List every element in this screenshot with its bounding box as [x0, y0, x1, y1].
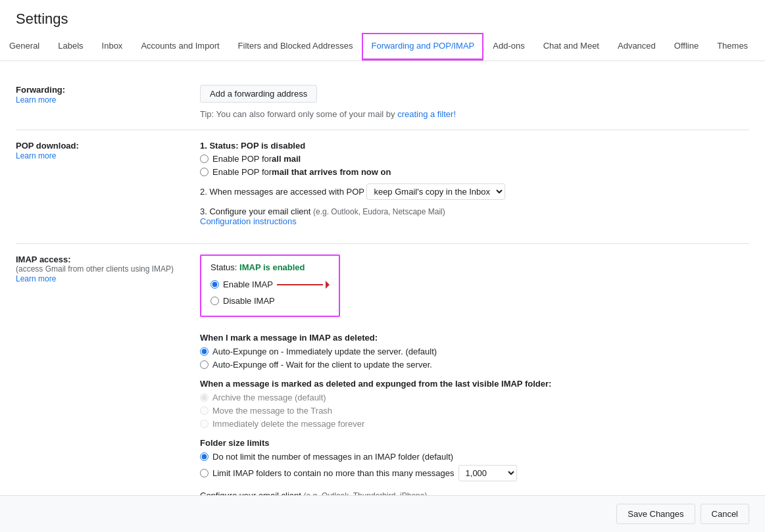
settings-content: Forwarding: Learn more Add a forwarding … — [0, 61, 765, 532]
pop-options: Enable POP for all mail Enable POP for m… — [200, 154, 749, 177]
imap-trash-radio[interactable]: Move the message to the Trash — [200, 406, 749, 416]
folder-limit-input[interactable] — [200, 469, 209, 477]
pop-learn-more[interactable]: Learn more — [16, 151, 56, 160]
save-changes-button[interactable]: Save Changes — [616, 504, 695, 524]
imap-trash-label: Move the message to the Trash — [212, 406, 332, 416]
pop-title: POP download: — [16, 141, 187, 151]
imap-trash-input[interactable] — [200, 406, 209, 415]
forwarding-learn-more[interactable]: Learn more — [16, 95, 56, 105]
imap-enable-radio[interactable]: Enable IMAP — [210, 279, 273, 289]
pop-section3-note: (e.g. Outlook, Eudora, Netscape Mail) — [313, 207, 445, 216]
page-title: Settings — [0, 0, 765, 33]
imap-expunged-section: When a message is marked as deleted and … — [200, 379, 749, 429]
imap-status-box: Status: IMAP is enabled Enable IMAP Disa… — [200, 254, 340, 317]
forwarding-section: Forwarding: Learn more Add a forwarding … — [16, 74, 749, 130]
pop-from-now-input[interactable] — [200, 168, 209, 176]
pop-label: POP download: Learn more — [16, 141, 200, 233]
pop-content: 1. Status: POP is disabled Enable POP fo… — [200, 141, 749, 233]
imap-autoexpunge-on-label: Auto-Expunge on - Immediately update the… — [212, 347, 437, 356]
pop-all-mail-radio[interactable]: Enable POP for all mail — [200, 154, 749, 164]
folder-limits-section: Folder size limits Do not limit the numb… — [200, 438, 749, 481]
imap-autoexpunge-on-input[interactable] — [200, 347, 209, 356]
imap-status-value: IMAP is enabled — [239, 262, 305, 272]
tab-advanced[interactable]: Advanced — [608, 33, 665, 60]
pop-action-dropdown[interactable]: keep Gmail's copy in the Inbox archive G… — [366, 183, 505, 200]
pop-section: POP download: Learn more 1. Status: POP … — [16, 130, 749, 244]
pop-from-now-label-bold: mail that arrives from now on — [272, 167, 391, 177]
pop-all-mail-label-bold: all mail — [272, 154, 301, 164]
imap-archive-label: Archive the message (default) — [212, 393, 326, 402]
pop-all-mail-input[interactable] — [200, 155, 209, 163]
pop-all-mail-label-pre: Enable POP for — [212, 154, 272, 164]
folder-no-limit-label: Do not limit the number of messages in a… — [212, 452, 453, 462]
imap-deleted-heading: When I mark a message in IMAP as deleted… — [200, 333, 749, 343]
tab-chatmeet[interactable]: Chat and Meet — [534, 33, 608, 60]
tab-addons[interactable]: Add-ons — [483, 33, 533, 60]
imap-autoexpunge-off-input[interactable] — [200, 360, 209, 369]
tab-inbox[interactable]: Inbox — [93, 33, 132, 60]
imap-learn-more[interactable]: Learn more — [16, 274, 56, 283]
imap-enable-label: Enable IMAP — [223, 279, 273, 289]
imap-sublabel: (access Gmail from other clients using I… — [16, 264, 187, 274]
forwarding-title: Forwarding: — [16, 85, 187, 95]
folder-limit-dropdown[interactable]: 1,000 2,000 5,000 10,000 Unlimited — [458, 465, 517, 481]
pop-section2-label: 2. When messages are accessed with POP — [200, 187, 364, 197]
pop-status: 1. Status: POP is disabled — [200, 141, 749, 151]
forwarding-content: Add a forwarding address Tip: You can al… — [200, 85, 749, 119]
tab-general[interactable]: General — [0, 33, 49, 60]
forwarding-label: Forwarding: Learn more — [16, 85, 200, 119]
imap-status-pre: Status: — [210, 262, 239, 272]
imap-disable-label: Disable IMAP — [223, 296, 275, 306]
folder-limit-radio[interactable]: Limit IMAP folders to contain no more th… — [200, 465, 749, 481]
imap-archive-input[interactable] — [200, 393, 209, 402]
imap-autoexpunge-on-radio[interactable]: Auto-Expunge on - Immediately update the… — [200, 347, 749, 356]
imap-autoexpunge-off-label: Auto-Expunge off - Wait for the client t… — [212, 360, 432, 370]
add-forwarding-button[interactable]: Add a forwarding address — [200, 85, 317, 103]
folder-limits-heading: Folder size limits — [200, 438, 749, 448]
folder-limit-label-pre: Limit IMAP folders to contain no more th… — [212, 468, 455, 478]
folder-no-limit-input[interactable] — [200, 452, 209, 461]
tab-offline[interactable]: Offline — [665, 33, 708, 60]
pop-config-link[interactable]: Configuration instructions — [200, 216, 297, 226]
imap-section: IMAP access: (access Gmail from other cl… — [16, 244, 749, 528]
imap-toggle: Enable IMAP Disable IMAP — [210, 276, 330, 306]
imap-enable-row: Enable IMAP — [210, 276, 330, 293]
pop-section3: 3. Configure your email client (e.g. Out… — [200, 206, 749, 226]
cancel-button[interactable]: Cancel — [701, 504, 749, 524]
tab-accounts[interactable]: Accounts and Import — [132, 33, 228, 60]
imap-delete-radio[interactable]: Immediately delete the message forever — [200, 419, 749, 429]
tab-themes[interactable]: Themes — [708, 33, 757, 60]
tab-labels[interactable]: Labels — [49, 33, 92, 60]
pop-from-now-radio[interactable]: Enable POP for mail that arrives from no… — [200, 167, 749, 177]
imap-content: Status: IMAP is enabled Enable IMAP Disa… — [200, 254, 749, 517]
imap-label: IMAP access: (access Gmail from other cl… — [16, 254, 200, 517]
tab-filters[interactable]: Filters and Blocked Addresses — [229, 33, 362, 60]
imap-enable-input[interactable] — [210, 280, 219, 289]
creating-filter-link[interactable]: creating a filter! — [397, 109, 456, 119]
imap-status-line: Status: IMAP is enabled — [210, 262, 330, 272]
imap-delete-input[interactable] — [200, 420, 209, 428]
imap-deleted-section: When I mark a message in IMAP as deleted… — [200, 333, 749, 370]
footer-bar: Save Changes Cancel — [0, 495, 765, 532]
tabs-bar: General Labels Inbox Accounts and Import… — [0, 33, 765, 61]
imap-arrow — [277, 280, 330, 289]
pop-from-now-label-pre: Enable POP for — [212, 167, 272, 177]
imap-expunged-heading: When a message is marked as deleted and … — [200, 379, 749, 389]
imap-archive-radio[interactable]: Archive the message (default) — [200, 393, 749, 402]
pop-section2: 2. When messages are accessed with POP k… — [200, 183, 749, 200]
imap-title: IMAP access: — [16, 254, 187, 264]
imap-delete-label: Immediately delete the message forever — [212, 419, 364, 429]
tab-forwarding[interactable]: Forwarding and POP/IMAP — [362, 33, 483, 60]
pop-section3-label: 3. Configure your email client — [200, 206, 310, 216]
imap-disable-input[interactable] — [210, 297, 219, 305]
imap-autoexpunge-off-radio[interactable]: Auto-Expunge off - Wait for the client t… — [200, 360, 749, 370]
folder-no-limit-radio[interactable]: Do not limit the number of messages in a… — [200, 452, 749, 462]
forwarding-tip: Tip: You can also forward only some of y… — [200, 109, 749, 119]
imap-disable-radio[interactable]: Disable IMAP — [210, 296, 330, 306]
